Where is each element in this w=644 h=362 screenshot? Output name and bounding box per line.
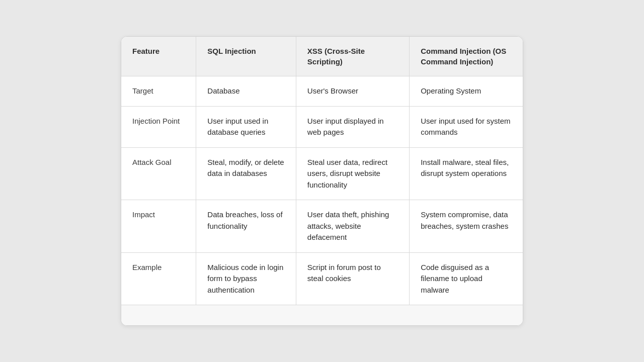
cell-feature-1: Injection Point bbox=[121, 106, 196, 147]
table-header-row: Feature SQL Injection XSS (Cross-Site Sc… bbox=[121, 37, 523, 76]
cell-sql-2: Steal, modify, or delete data in databas… bbox=[196, 147, 296, 200]
table-row: Injection PointUser input used in databa… bbox=[121, 106, 523, 147]
cell-sql-0: Database bbox=[196, 76, 296, 107]
table-row: TargetDatabaseUser's BrowserOperating Sy… bbox=[121, 76, 523, 107]
cell-cmd-0: Operating System bbox=[410, 76, 523, 107]
table-row: ImpactData breaches, loss of functionali… bbox=[121, 200, 523, 253]
cell-feature-4: Example bbox=[121, 252, 196, 305]
header-feature: Feature bbox=[121, 37, 196, 76]
cell-cmd-3: System compromise, data breaches, system… bbox=[410, 200, 523, 253]
table-row: Attack GoalSteal, modify, or delete data… bbox=[121, 147, 523, 200]
cell-xss-3: User data theft, phishing attacks, websi… bbox=[296, 200, 409, 253]
cell-sql-4: Malicious code in login form to bypass a… bbox=[196, 252, 296, 305]
cell-xss-0: User's Browser bbox=[296, 76, 409, 107]
comparison-table-container: Feature SQL Injection XSS (Cross-Site Sc… bbox=[121, 36, 523, 326]
cell-feature-0: Target bbox=[121, 76, 196, 107]
cell-cmd-2: Install malware, steal files, disrupt sy… bbox=[410, 147, 523, 200]
cell-feature-2: Attack Goal bbox=[121, 147, 196, 200]
header-cmd: Command Injection (OS Command Injection) bbox=[410, 37, 523, 76]
table-footer-row bbox=[121, 305, 523, 325]
header-xss: XSS (Cross-Site Scripting) bbox=[296, 37, 409, 76]
cell-cmd-4: Code disguised as a filename to upload m… bbox=[410, 252, 523, 305]
cell-sql-3: Data breaches, loss of functionality bbox=[196, 200, 296, 253]
table-row: ExampleMalicious code in login form to b… bbox=[121, 252, 523, 305]
cell-xss-4: Script in forum post to steal cookies bbox=[296, 252, 409, 305]
comparison-table: Feature SQL Injection XSS (Cross-Site Sc… bbox=[121, 37, 523, 325]
cell-sql-1: User input used in database queries bbox=[196, 106, 296, 147]
cell-xss-1: User input displayed in web pages bbox=[296, 106, 409, 147]
cell-xss-2: Steal user data, redirect users, disrupt… bbox=[296, 147, 409, 200]
cell-cmd-1: User input used for system commands bbox=[410, 106, 523, 147]
header-sql: SQL Injection bbox=[196, 37, 296, 76]
cell-feature-3: Impact bbox=[121, 200, 196, 253]
